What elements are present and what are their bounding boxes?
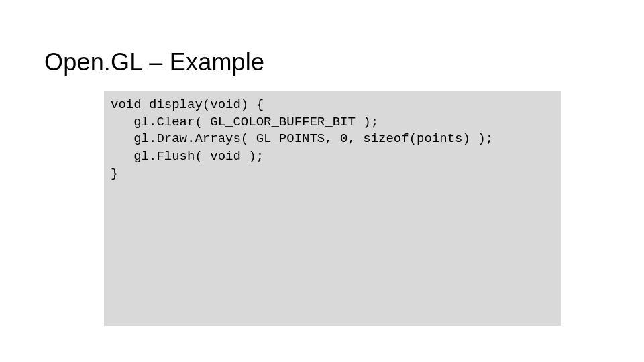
slide: Open.GL – Example void display(void) { g…	[0, 0, 644, 362]
code-line-2: gl.Clear( GL_COLOR_BUFFER_BIT );	[111, 115, 378, 129]
code-line-5: }	[111, 166, 118, 181]
code-line-1: void display(void) {	[111, 97, 264, 112]
slide-title: Open.GL – Example	[44, 48, 264, 76]
code-line-3: gl.Draw.Arrays( GL_POINTS, 0, sizeof(poi…	[111, 131, 493, 146]
code-line-4: gl.Flush( void );	[111, 149, 264, 164]
code-block: void display(void) { gl.Clear( GL_COLOR_…	[104, 91, 561, 326]
